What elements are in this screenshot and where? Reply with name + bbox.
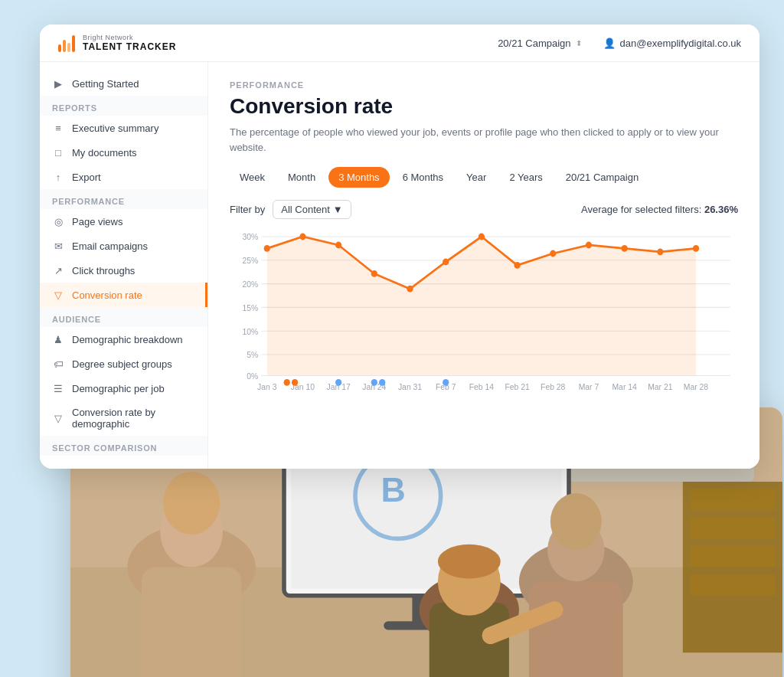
app-header: Bright Network TALENT TRACKER 20/21 Camp… bbox=[40, 25, 760, 62]
sidebar-label-demographic-per-job: Demographic per job bbox=[72, 383, 165, 394]
svg-text:10%: 10% bbox=[243, 326, 259, 335]
sidebar-item-conversion-rate-demographic[interactable]: ▽ Conversion rate by demographic bbox=[40, 401, 207, 436]
tab-3months[interactable]: 3 Months bbox=[328, 167, 389, 188]
svg-rect-54 bbox=[690, 518, 776, 539]
sidebar-item-click-throughs[interactable]: ↗ Click throughs bbox=[40, 258, 207, 283]
svg-rect-55 bbox=[690, 546, 776, 567]
page-title: Conversion rate bbox=[230, 94, 738, 119]
cursor-icon: ↗ bbox=[52, 264, 64, 276]
sidebar-label-demographic-breakdown: Demographic breakdown bbox=[72, 334, 183, 345]
folder-icon: □ bbox=[52, 146, 64, 159]
logo-bar-2 bbox=[63, 40, 66, 52]
svg-text:Feb 21: Feb 21 bbox=[505, 382, 529, 391]
filter-icon: ▽ bbox=[52, 289, 64, 301]
page-description: The percentage of people who viewed your… bbox=[230, 125, 738, 155]
campaign-label: 20/21 Campaign bbox=[498, 38, 570, 49]
filter-left: Filter by All Content ▼ bbox=[230, 200, 351, 219]
avg-label: Average for selected filters: bbox=[581, 204, 701, 215]
svg-text:Jan 3: Jan 3 bbox=[257, 382, 276, 391]
filter2-icon: ▽ bbox=[52, 412, 64, 424]
sidebar: ▶ Getting Started REPORTS ≡ Executive su… bbox=[40, 62, 208, 469]
user-icon: 👤 bbox=[603, 38, 616, 49]
sidebar-label-executive-summary: Executive summary bbox=[72, 123, 158, 134]
svg-rect-53 bbox=[690, 489, 776, 510]
sidebar-section-performance: PERFORMANCE bbox=[40, 189, 207, 209]
svg-rect-70 bbox=[529, 581, 623, 677]
sidebar-item-my-documents[interactable]: □ My documents bbox=[40, 140, 207, 165]
sidebar-item-getting-started[interactable]: ▶ Getting Started bbox=[40, 71, 207, 96]
sidebar-item-export[interactable]: ↑ Export bbox=[40, 165, 207, 189]
sidebar-label-conversion-rate: Conversion rate bbox=[72, 289, 142, 301]
main-content: PERFORMANCE Conversion rate The percenta… bbox=[208, 62, 760, 469]
app-body: ▶ Getting Started REPORTS ≡ Executive su… bbox=[40, 62, 760, 469]
avg-value: 26.36% bbox=[704, 204, 738, 215]
filter-select[interactable]: All Content ▼ bbox=[273, 200, 351, 219]
svg-text:25%: 25% bbox=[243, 256, 259, 265]
tag-icon: 🏷 bbox=[52, 358, 64, 370]
svg-point-20 bbox=[479, 234, 485, 240]
svg-point-45 bbox=[379, 379, 385, 386]
filter-row: Filter by All Content ▼ Average for sele… bbox=[230, 200, 738, 219]
group-icon: ♟ bbox=[52, 333, 64, 345]
tab-campaign[interactable]: 20/21 Campaign bbox=[556, 167, 648, 188]
sidebar-section-reports: REPORTS bbox=[40, 96, 207, 116]
svg-text:15%: 15% bbox=[243, 303, 259, 312]
svg-point-43 bbox=[335, 379, 341, 386]
section-label: PERFORMANCE bbox=[230, 80, 738, 90]
svg-rect-66 bbox=[142, 567, 241, 677]
svg-point-17 bbox=[371, 270, 377, 277]
sidebar-item-page-views[interactable]: ◎ Page views bbox=[40, 209, 207, 234]
list-icon: ☰ bbox=[52, 382, 64, 394]
chart-svg: 30% 25% 20% 15% 10% 5% 0% bbox=[230, 228, 738, 397]
svg-text:0%: 0% bbox=[247, 371, 258, 381]
sidebar-item-email-campaigns[interactable]: ✉ Email campaigns bbox=[40, 234, 207, 258]
sidebar-label-click-throughs: Click throughs bbox=[72, 265, 135, 276]
logo-text-bottom: TALENT TRACKER bbox=[83, 41, 176, 52]
svg-text:5%: 5% bbox=[247, 350, 258, 359]
campaign-selector[interactable]: 20/21 Campaign ⬍ bbox=[492, 34, 587, 52]
sidebar-label-email-campaigns: Email campaigns bbox=[72, 240, 148, 252]
tab-6months[interactable]: 6 Months bbox=[393, 167, 453, 188]
app-card: Bright Network TALENT TRACKER 20/21 Camp… bbox=[40, 25, 760, 469]
svg-point-67 bbox=[163, 472, 220, 535]
tab-month[interactable]: Month bbox=[278, 167, 325, 188]
sidebar-item-demographic-breakdown[interactable]: ♟ Demographic breakdown bbox=[40, 327, 207, 352]
logo-text-top: Bright Network bbox=[83, 34, 176, 41]
sidebar-label-degree-subject-groups: Degree subject groups bbox=[72, 358, 172, 370]
svg-point-44 bbox=[371, 379, 377, 386]
svg-text:Mar 7: Mar 7 bbox=[579, 382, 599, 391]
sidebar-label-export: Export bbox=[72, 172, 101, 183]
tab-2years[interactable]: 2 Years bbox=[499, 167, 552, 188]
svg-text:Mar 28: Mar 28 bbox=[684, 382, 708, 391]
tab-year[interactable]: Year bbox=[456, 167, 496, 188]
logo-bar-4 bbox=[72, 35, 75, 52]
svg-text:Feb 14: Feb 14 bbox=[469, 382, 494, 391]
user-info: 👤 dan@exemplifydigital.co.uk bbox=[603, 38, 741, 49]
logo-icon bbox=[58, 34, 75, 52]
svg-point-16 bbox=[335, 242, 341, 249]
logo-bar-3 bbox=[67, 43, 70, 52]
svg-text:Jan 31: Jan 31 bbox=[398, 382, 422, 391]
chart-area: 30% 25% 20% 15% 10% 5% 0% bbox=[230, 228, 738, 397]
sidebar-label-page-views: Page views bbox=[72, 216, 122, 227]
svg-text:Mar 14: Mar 14 bbox=[612, 382, 636, 391]
sidebar-item-conversion-rate[interactable]: ▽ Conversion rate bbox=[40, 283, 207, 307]
campaign-arrow-icon: ⬍ bbox=[576, 39, 582, 47]
svg-point-14 bbox=[264, 245, 270, 252]
svg-point-41 bbox=[284, 379, 290, 386]
email-icon: ✉ bbox=[52, 240, 64, 252]
sidebar-item-degree-subject-groups[interactable]: 🏷 Degree subject groups bbox=[40, 352, 207, 376]
sidebar-section-sector: SECTOR COMPARISON bbox=[40, 436, 207, 456]
svg-point-21 bbox=[514, 262, 520, 269]
svg-text:30%: 30% bbox=[243, 232, 259, 241]
svg-point-42 bbox=[292, 379, 298, 386]
sidebar-item-executive-summary[interactable]: ≡ Executive summary bbox=[40, 116, 207, 140]
sidebar-label-my-documents: My documents bbox=[72, 147, 137, 159]
filter-value: All Content bbox=[281, 204, 330, 215]
sidebar-item-demographic-per-job[interactable]: ☰ Demographic per job bbox=[40, 376, 207, 401]
user-email: dan@exemplifydigital.co.uk bbox=[620, 38, 741, 49]
logo-area: Bright Network TALENT TRACKER bbox=[58, 34, 176, 52]
app-wrapper: Bright Network TALENT TRACKER 20/21 Camp… bbox=[24, 25, 760, 652]
tab-week[interactable]: Week bbox=[230, 167, 275, 188]
svg-point-46 bbox=[443, 379, 449, 386]
